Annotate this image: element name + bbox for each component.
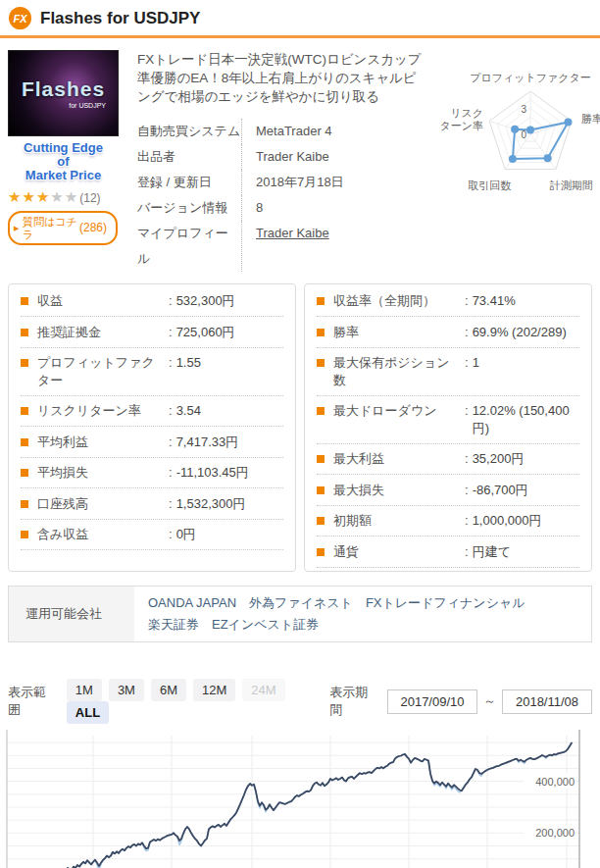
stat-value: 69.9% (202/289) [473,324,579,341]
radar-data-point [526,127,534,134]
stat-colon: : [169,495,173,513]
range-label: 表示範囲 [8,684,57,719]
stat-colon: : [169,434,173,451]
product-image-title: Flashes [9,77,118,101]
stat-label: 初期額 [333,512,461,530]
star-rating[interactable]: ★★★★★(12) [8,189,124,204]
spec-value: Trader Kaibe [241,144,424,170]
stat-row: プロフィットファクター:1.55 [21,348,283,396]
stat-row: 口座残高:1,532,300円 [21,488,283,520]
stat-row: 最大ドローダウン:12.02% (150,400円) [317,396,579,444]
stat-colon: : [169,324,173,341]
stat-row: 最大保有ポジション数:1 [317,348,579,396]
stat-colon: : [169,354,173,372]
stat-label: プロフィットファクター [37,354,165,388]
equity-chart-section: 400,000200,0000-200,00017/11/0118/01/011… [0,730,600,868]
stats-table-right: 収益率（全期間）:73.41%勝率:69.9% (202/289)最大保有ポジシ… [304,283,592,571]
spec-value[interactable]: Trader Kaibe [241,221,424,272]
stat-row: 最大損失:-86,700円 [317,475,579,506]
stat-colon: : [465,450,469,468]
radar-axis-label: プロフィットファクター [470,72,591,83]
product-spec-table: 自動売買システムMetaTrader 4出品者Trader Kaibe登録 / … [137,119,424,272]
spec-label: バージョン情報 [137,195,241,221]
stat-colon: : [169,402,173,420]
stat-label: 最大損失 [333,482,461,499]
stat-label: 平均利益 [37,434,165,451]
date-to-input[interactable] [502,689,592,714]
stat-label: 最大ドローダウン [333,402,461,420]
radar-axis-label: リスク [450,107,483,119]
bullet-icon [317,548,325,556]
stat-colon: : [169,292,173,310]
spec-label: 自動売買システム [137,119,241,144]
radar-chart-column: 30プロフィットファクター勝率計測期間取引回数リスクターン率 [437,50,600,272]
star-icon: ★ [8,188,22,205]
question-badge-button[interactable]: ▶ 質問はコチラ (286) [8,211,118,245]
broker-link[interactable]: 楽天証券 [148,615,199,635]
radar-tick-label: 3 [521,104,526,115]
profile-link[interactable]: Trader Kaibe [256,226,329,240]
bullet-icon [317,359,325,367]
stat-value: 725,060円 [176,324,283,341]
bullet-icon [317,329,325,336]
range-button-12m[interactable]: 12M [193,679,235,701]
spec-row: 登録 / 更新日2018年7月18日 [137,170,424,195]
stat-colon: : [465,292,469,310]
radar-data-polygon [513,123,569,159]
radar-axis-label: 計測期間 [550,179,593,191]
stat-row: 含み収益:0円 [21,520,283,551]
spec-label: 登録 / 更新日 [137,170,241,195]
stat-row: 通貨:円建て [317,536,579,568]
stat-label: 平均損失 [37,464,165,482]
equity-line-chart[interactable]: 400,000200,0000-200,00017/11/0118/01/011… [0,730,600,868]
broker-link[interactable]: EZインベスト証券 [212,615,319,635]
range-button-all[interactable]: ALL [67,701,109,724]
stat-label: 収益率（全期間） [333,292,461,310]
stat-row: 平均損失:-11,103.45円 [21,458,283,489]
brokers-section: 運用可能会社 OANDA JAPAN外為ファイネストFXトレードフィナンシャル楽… [8,586,592,642]
stat-value: 532,300円 [176,292,283,310]
bullet-icon [21,469,28,477]
star-icon: ★ [36,188,50,205]
stat-value: 円建て [473,543,579,561]
stat-value: 3.54 [176,402,283,420]
stat-value: 7,417.33円 [176,434,283,451]
spec-row: 出品者Trader Kaibe [137,144,424,170]
product-image-subtitle: for USDJPY [9,102,106,109]
stat-row: 初期額:1,000,000円 [317,506,579,537]
broker-link[interactable]: 外為ファイネスト [249,593,353,613]
broker-link[interactable]: OANDA JAPAN [148,593,236,613]
spec-label: 出品者 [137,144,241,170]
range-button-3m[interactable]: 3M [109,679,144,701]
spec-row: バージョン情報8 [137,195,424,221]
y-axis-tick-label: 400,000 [535,776,575,788]
stat-colon: : [169,464,173,482]
radar-tick-label: 0 [521,129,526,140]
radar-axis-label: 勝率 [581,113,600,125]
stat-value: 1,000,000円 [473,512,579,530]
range-button-1m[interactable]: 1M [67,679,102,701]
period-label: 表示期間 [329,684,378,719]
stat-colon: : [465,482,469,499]
stat-label: 通貨 [333,543,461,561]
range-button-24m: 24M [242,679,284,701]
star-icon: ★ [50,188,64,205]
stat-value: 1.55 [176,354,283,372]
bullet-icon [21,438,28,446]
range-button-6m[interactable]: 6M [151,679,186,701]
stat-value: 35,200円 [473,450,579,468]
radar-data-point [511,126,519,133]
broker-link[interactable]: FXトレードフィナンシャル [366,593,525,613]
stat-value: -86,700円 [473,482,579,499]
radar-data-point [509,155,517,163]
review-count: (12) [79,191,100,205]
date-from-input[interactable] [387,689,477,714]
stat-value: 12.02% (150,400円) [473,402,579,436]
star-icons: ★★★★★ [8,188,78,205]
spec-label: マイプロフィール [137,221,241,272]
star-icon: ★ [65,188,78,205]
radar-data-point [564,118,572,126]
product-description: FXトレード日本一決定戦(WTC)ロビンスカップ準優勝のEA！8年以上右肩上がり… [137,50,424,106]
stat-colon: : [169,526,173,543]
stat-row: 勝率:69.9% (202/289) [317,317,579,348]
